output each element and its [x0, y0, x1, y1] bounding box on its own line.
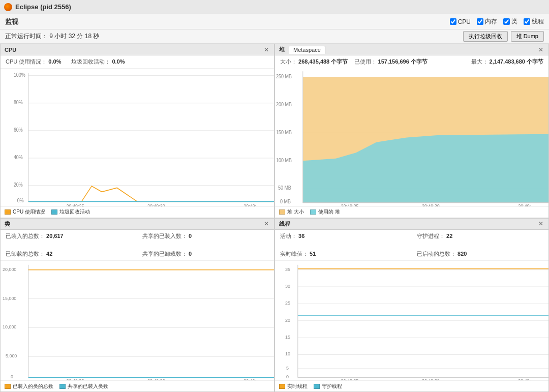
svg-text:0%: 0% — [17, 197, 24, 203]
heap-panel: 堆 Metaspace ✕ 大小： 268,435,488 个字节 已使用： 1… — [274, 44, 549, 218]
cpu-panel-legend: CPU 使用情况 垃圾回收活动 — [1, 206, 274, 218]
monitor-title: 监视 — [5, 17, 18, 26]
svg-text:20:49:25: 20:49:25 — [341, 378, 359, 380]
legend-heap-size-color — [279, 209, 285, 215]
thread-peak-stat: 实时峰值： 51 — [280, 250, 407, 258]
main-grid: CPU ✕ CPU 使用情况： 0.0% 垃圾回收活动： 0.0% 100% 8… — [0, 44, 549, 392]
class-panel-header: 类 ✕ — [1, 219, 274, 230]
thread-panel-stats: 活动： 36 守护进程： 22 实时峰值： 51 已启动的总数： 820 — [275, 230, 548, 261]
legend-cpu-usage: CPU 使用情况 — [5, 208, 45, 216]
thread-panel-header: 线程 ✕ — [275, 219, 548, 230]
class-panel-stats: 已装入的总数： 20,617 共享的已装入数： 0 已卸载的总数： 42 共享的… — [1, 230, 274, 261]
legend-class-shared-color — [59, 384, 66, 389]
class-checkbox-label[interactable]: 类 — [503, 17, 517, 26]
cpu-chart-svg: 100% 80% 60% 40% 20% 0% — [1, 69, 274, 206]
legend-live-thread-color — [279, 384, 285, 389]
svg-text:20:49:: 20:49: — [518, 378, 531, 380]
class-panel-title: 类 — [5, 220, 10, 228]
legend-class-shared: 共享的已装入类数 — [59, 383, 108, 390]
window-title: Eclipse (pid 2556) — [15, 3, 71, 11]
svg-text:0 MB: 0 MB — [280, 198, 291, 204]
heap-panel-close[interactable]: ✕ — [537, 46, 544, 53]
cpu-checkbox[interactable] — [450, 18, 456, 25]
class-shared-unloaded-stat: 共享的已卸载数： 0 — [142, 250, 269, 258]
cpu-panel-stats: CPU 使用情况： 0.0% 垃圾回收活动： 0.0% — [1, 55, 274, 69]
gc-activity-stat: 垃圾回收活动： 0.0% — [71, 58, 125, 66]
thread-daemon-stat: 守护进程： 22 — [417, 232, 543, 240]
class-chart: 20,000 15,000 10,000 5,000 0 20:49 — [1, 261, 274, 381]
memory-checkbox[interactable] — [477, 18, 483, 25]
svg-text:20:49:25: 20:49:25 — [67, 378, 84, 380]
thread-panel-legend: 实时线程 守护线程 — [275, 380, 548, 391]
class-checkbox[interactable] — [503, 18, 510, 25]
thread-chart: 35 30 25 20 15 10 5 0 — [275, 261, 548, 381]
legend-daemon-thread: 守护线程 — [314, 383, 342, 390]
cpu-panel-close[interactable]: ✕ — [263, 46, 270, 53]
heap-tabs: Metaspace — [289, 46, 325, 54]
svg-text:150 MB: 150 MB — [276, 129, 292, 135]
cpu-panel-title: CPU — [5, 47, 16, 53]
uptime: 正常运行时间： 9 小时 32 分 18 秒 — [5, 32, 99, 41]
legend-gc-color — [51, 209, 57, 215]
legend-daemon-thread-color — [314, 384, 320, 389]
memory-checkbox-label[interactable]: 内存 — [477, 17, 497, 26]
svg-text:50 MB: 50 MB — [278, 185, 291, 191]
thread-checkbox-label[interactable]: 线程 — [524, 17, 544, 26]
legend-heap-used: 使用的 堆 — [310, 208, 340, 216]
cpu-chart: 100% 80% 60% 40% 20% 0% — [1, 69, 274, 206]
svg-text:20:49:: 20:49: — [243, 203, 256, 206]
heap-panel-legend: 堆 大小 使用的 堆 — [275, 206, 548, 218]
class-unloaded-stat: 已卸载的总数： 42 — [6, 250, 132, 258]
class-shared-loaded-stat: 共享的已装入数： 0 — [142, 232, 269, 240]
monitor-checkboxes: CPU 内存 类 线程 — [450, 17, 544, 26]
svg-text:20%: 20% — [14, 182, 23, 188]
cpu-usage-stat: CPU 使用情况： 0.0% — [6, 58, 61, 66]
thread-chart-svg: 35 30 25 20 15 10 5 0 — [275, 261, 548, 381]
thread-checkbox[interactable] — [524, 18, 530, 25]
heap-chart-svg: 250 MB 200 MB 150 MB 100 MB 50 MB 0 MB — [275, 67, 548, 206]
monitor-header: 监视 CPU 内存 类 线程 — [0, 14, 549, 29]
legend-class-loaded: 已装入的类的总数 — [5, 383, 53, 390]
svg-text:5,000: 5,000 — [6, 353, 17, 358]
titlebar: Eclipse (pid 2556) — [0, 0, 549, 14]
thread-total-stat: 已启动的总数： 820 — [417, 250, 543, 258]
class-panel-close[interactable]: ✕ — [263, 220, 270, 227]
svg-text:250 MB: 250 MB — [276, 73, 292, 79]
thread-panel: 线程 ✕ 活动： 36 守护进程： 22 实时峰值： 51 已启动的总数： 82… — [274, 218, 549, 393]
svg-text:0: 0 — [286, 374, 289, 379]
svg-text:15: 15 — [285, 335, 290, 340]
gc-button[interactable]: 执行垃圾回收 — [463, 31, 508, 42]
svg-text:20:49:30: 20:49:30 — [422, 203, 440, 206]
eclipse-icon — [4, 3, 12, 11]
svg-text:20:49:30: 20:49:30 — [422, 378, 440, 380]
svg-text:40%: 40% — [14, 155, 23, 161]
svg-text:20:49:25: 20:49:25 — [67, 203, 84, 206]
class-panel: 类 ✕ 已装入的总数： 20,617 共享的已装入数： 0 已卸载的总数： 42… — [0, 218, 274, 393]
cpu-checkbox-label[interactable]: CPU — [450, 18, 471, 25]
cpu-panel: CPU ✕ CPU 使用情况： 0.0% 垃圾回收活动： 0.0% 100% 8… — [0, 44, 274, 218]
svg-text:20:49:: 20:49: — [518, 203, 531, 206]
legend-class-loaded-color — [5, 384, 11, 389]
heap-panel-stats: 大小： 268,435,488 个字节 已使用： 157,156,696 个字节… — [275, 55, 548, 67]
svg-text:25: 25 — [285, 300, 290, 306]
class-chart-svg: 20,000 15,000 10,000 5,000 0 20:49 — [1, 261, 274, 381]
svg-text:200 MB: 200 MB — [276, 101, 292, 107]
heap-dump-button[interactable]: 堆 Dump — [511, 31, 544, 42]
legend-gc-activity: 垃圾回收活动 — [51, 208, 90, 216]
class-panel-legend: 已装入的类的总数 共享的已装入类数 — [1, 380, 274, 391]
metaspace-tab[interactable]: Metaspace — [289, 46, 325, 54]
svg-text:20:49:30: 20:49:30 — [147, 378, 165, 380]
heap-panel-header: 堆 Metaspace ✕ — [275, 44, 548, 55]
svg-text:15,000: 15,000 — [3, 295, 16, 300]
thread-panel-title: 线程 — [279, 220, 290, 228]
svg-text:20:49:25: 20:49:25 — [341, 203, 359, 206]
svg-text:20: 20 — [285, 317, 290, 322]
thread-panel-close[interactable]: ✕ — [537, 220, 544, 227]
svg-text:20:49:30: 20:49:30 — [147, 203, 165, 206]
heap-panel-title: 堆 — [279, 46, 285, 53]
svg-text:10,000: 10,000 — [3, 324, 16, 329]
action-buttons: 执行垃圾回收 堆 Dump — [463, 31, 544, 42]
cpu-panel-header: CPU ✕ — [1, 44, 274, 55]
status-bar: 正常运行时间： 9 小时 32 分 18 秒 执行垃圾回收 堆 Dump — [0, 29, 549, 44]
svg-text:100%: 100% — [14, 72, 25, 78]
